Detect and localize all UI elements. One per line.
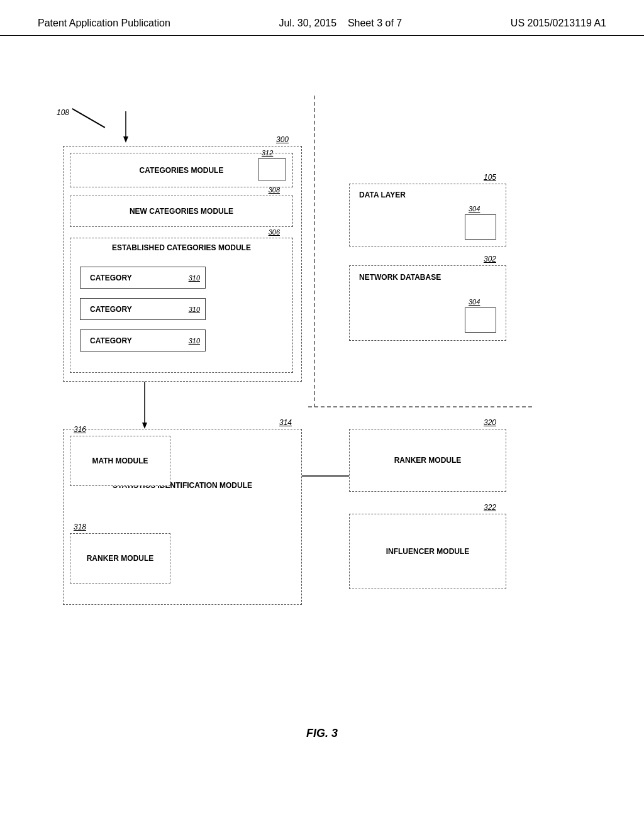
ranker-module-inner-box: 318 RANKER MODULE [70,533,170,584]
category-box-a: CATEGORY 310 [80,267,206,289]
ref-308-label: 308 [269,186,280,194]
category-box-b: CATEGORY 310 [80,298,206,320]
ref-310c-label: 310 [189,337,200,345]
ref-105-label: 105 [484,173,496,182]
data-layer-label: DATA LAYER [359,191,406,199]
new-categories-module-label: NEW CATEGORIES MODULE [70,207,292,216]
network-database-box: 302 NETWORK DATABASE 304 [349,265,506,341]
ref-322-label: 322 [484,503,496,512]
ref-314-label: 314 [279,418,292,427]
figure-caption: FIG. 3 [0,727,644,740]
network-database-304-box: 304 [465,307,496,333]
established-categories-module-box: 306 ESTABLISHED CATEGORIES MODULE CATEGO… [70,238,293,373]
header-left: Patent Application Publication [38,18,170,29]
svg-marker-5 [142,423,147,429]
connector-lines [0,36,644,759]
diagram-area: 108 300 CATEGORIES MODULE 312 308 NEW CA… [0,36,644,759]
ref-312-label: 312 [262,149,273,157]
ref-316-label: 316 [74,425,86,434]
ref-318-label: 318 [74,523,86,531]
ranker-module-inner-label: RANKER MODULE [70,554,170,563]
data-layer-304-box: 304 [465,214,496,240]
math-module-box: 316 MATH MODULE [70,436,170,486]
category-box-c: CATEGORY 310 [80,329,206,351]
ref-310b-label: 310 [189,306,200,313]
ref-304a-label: 304 [469,205,480,213]
categories-module-box: CATEGORIES MODULE 312 [70,153,293,187]
established-categories-module-label: ESTABLISHED CATEGORIES MODULE [70,243,292,252]
data-layer-box: 105 DATA LAYER 304 [349,184,506,246]
header-center-date: Jul. 30, 2015 Sheet 3 of 7 [279,18,402,29]
page-header: Patent Application Publication Jul. 30, … [0,0,644,36]
category-c-label: CATEGORY [90,336,132,345]
ranker-module-outer-label: RANKER MODULE [350,456,506,465]
ranker-module-outer-box: 320 RANKER MODULE [349,429,506,492]
ref-108-label: 108 [57,108,69,117]
ref-320-label: 320 [484,418,496,427]
network-database-label: NETWORK DATABASE [359,272,441,283]
category-a-label: CATEGORY [90,274,132,282]
ref-304b-label: 304 [469,298,480,306]
category-b-label: CATEGORY [90,305,132,314]
influencer-module-label: INFLUENCER MODULE [350,546,506,557]
ref-300-label: 300 [276,135,289,144]
svg-marker-1 [123,136,128,143]
box-312: 312 [258,158,286,180]
new-categories-module-box: 308 NEW CATEGORIES MODULE [70,196,293,227]
header-right: US 2015/0213119 A1 [511,18,606,29]
ref-306-label: 306 [269,228,280,236]
outer-box-300: 300 CATEGORIES MODULE 312 308 NEW CATEGO… [63,146,302,382]
influencer-module-box: 322 INFLUENCER MODULE [349,514,506,589]
ref-310a-label: 310 [189,274,200,282]
ref-302-label: 302 [484,255,496,263]
arrow-108 [72,108,106,128]
stats-identification-outer-box: 314 STATISTICS IDENTIFICATION MODULE 316… [63,429,302,605]
math-module-label: MATH MODULE [70,456,170,465]
